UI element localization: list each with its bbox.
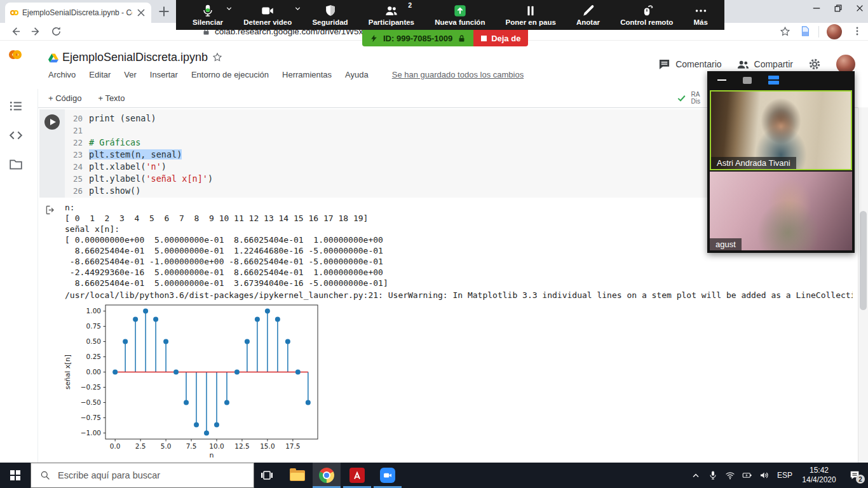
run-cell-button[interactable]	[44, 114, 60, 130]
menu-item[interactable]: Editar	[89, 70, 111, 79]
zoom-toolbar-control-remoto[interactable]: Control remoto	[614, 0, 679, 30]
saved-status[interactable]: Se han guardado todos los cambios	[392, 70, 524, 79]
zoom-toolbar-seguridad[interactable]: Seguridad	[306, 0, 354, 30]
menu-item[interactable]: Ayuda	[345, 70, 369, 79]
svg-text:−0.75: −0.75	[81, 414, 101, 421]
stop-square-icon	[481, 36, 487, 41]
zoom-toolbar-label: Nueva función	[435, 18, 485, 26]
zoom-toolbar-label: Más	[693, 18, 707, 26]
start-button[interactable]	[0, 463, 31, 488]
gallery-view-icon[interactable]	[768, 76, 779, 85]
more-dots-icon	[694, 4, 708, 18]
battery-icon[interactable]	[738, 463, 756, 488]
chevron-down-icon[interactable]	[294, 4, 302, 13]
resources-indicator[interactable]: RA Dis	[677, 91, 700, 105]
table-of-contents-icon[interactable]	[9, 99, 23, 113]
star-notebook-icon[interactable]	[212, 52, 222, 62]
code-segment: plt.ylabel(	[89, 173, 146, 184]
action-center-button[interactable]: 2	[841, 463, 868, 488]
notebook-scrollbar[interactable]	[858, 107, 868, 463]
comment-button[interactable]: Comentario	[658, 58, 721, 71]
tab-close-icon[interactable]	[136, 8, 146, 18]
taskbar-clock[interactable]: 15:42 14/4/2020	[797, 466, 841, 485]
colab-logo[interactable]	[9, 50, 22, 59]
zoom-toolbar-anotar[interactable]: Anotar	[570, 0, 606, 30]
zoom-meeting-toolbar: SilenciarDetener videoSeguridad2Particip…	[176, 0, 724, 30]
forward-button[interactable]	[31, 26, 41, 37]
svg-text:2.5: 2.5	[135, 442, 146, 450]
stop-share-button[interactable]: Deja de	[473, 30, 528, 46]
meeting-id-label: ID: 999-7085-1009	[383, 34, 452, 43]
ram-label: RA	[691, 91, 700, 98]
window-close-button[interactable]	[855, 4, 864, 13]
output-icon	[44, 205, 55, 215]
meeting-id-bar: ID: 999-7085-1009 Deja de	[362, 30, 528, 46]
panel-window-icon[interactable]	[743, 77, 752, 84]
line-number: 21	[65, 125, 83, 137]
tray-chevron-up-icon[interactable]	[687, 463, 704, 488]
participant-name: agust	[710, 238, 742, 250]
menu-item[interactable]: Archivo	[48, 70, 76, 79]
zoom-taskbar-button[interactable]	[374, 463, 402, 488]
menu-item[interactable]: Insertar	[150, 70, 178, 79]
bookmark-star-icon[interactable]	[780, 26, 790, 37]
video-tile-agust[interactable]: agust	[710, 172, 852, 250]
zoom-toolbar-nueva-funcion[interactable]: Nueva función	[428, 0, 491, 30]
add-text-button[interactable]: + Texto	[98, 93, 125, 103]
tray-microphone-icon[interactable]	[704, 463, 721, 488]
svg-text:−0.25: −0.25	[81, 383, 101, 391]
taskbar-search-input[interactable]: Escribe aquí para buscar	[31, 463, 254, 488]
code-segment: # Gráficas	[89, 137, 140, 147]
window-minimize-button[interactable]	[812, 4, 821, 13]
zoom-toolbar-silenciar[interactable]: Silenciar	[186, 0, 229, 30]
encryption-lock-icon	[458, 34, 466, 43]
file-explorer-icon	[290, 470, 305, 481]
acrobat-taskbar-button[interactable]	[343, 463, 371, 488]
add-code-button[interactable]: + Código	[48, 93, 81, 103]
camera-icon	[261, 4, 275, 18]
menu-item[interactable]: Ver	[124, 70, 137, 79]
pause-icon	[524, 4, 538, 18]
wifi-icon[interactable]	[721, 463, 738, 488]
zoom-toolbar-label: Participantes	[369, 18, 414, 26]
browser-profile-avatar[interactable]	[827, 24, 842, 39]
extension-icon[interactable]	[799, 25, 811, 37]
zoom-toolbar-detener-video[interactable]: Detener video	[237, 0, 298, 30]
chevron-down-icon[interactable]	[225, 4, 233, 13]
video-panel-titlebar	[707, 71, 855, 89]
code-segment: 'n'	[146, 161, 161, 172]
panel-minimize-icon[interactable]	[717, 79, 726, 81]
file-explorer-button[interactable]	[283, 463, 311, 488]
share-button[interactable]: Compartir	[737, 58, 793, 71]
language-indicator[interactable]: ESP	[773, 471, 797, 480]
scrollbar-thumb[interactable]	[860, 211, 867, 310]
reload-button[interactable]	[51, 26, 62, 37]
zoom-toolbar-poner-en-paus[interactable]: Poner en paus	[499, 0, 562, 30]
task-view-button[interactable]	[253, 463, 281, 488]
people-icon	[737, 58, 749, 71]
speaker-icon[interactable]	[756, 463, 773, 488]
zoom-toolbar-mas[interactable]: Más	[687, 0, 714, 30]
notebook-title[interactable]: EjemploSenialDiscreta.ipynb	[62, 51, 208, 64]
new-tab-button[interactable]	[158, 5, 170, 18]
zoom-toolbar-participantes[interactable]: 2Participantes	[362, 0, 421, 30]
chrome-taskbar-button[interactable]	[313, 463, 341, 488]
browser-tab[interactable]: EjemploSenialDiscreta.ipynb - Co	[5, 3, 151, 23]
windows-logo-icon	[10, 470, 20, 480]
back-button[interactable]	[10, 26, 21, 37]
menu-item[interactable]: Entorno de ejecución	[191, 70, 269, 79]
window-restore-button[interactable]	[834, 4, 843, 13]
code-segment: plt.show()	[89, 186, 140, 196]
video-tile-astri[interactable]: Astri Andrada Tivani	[710, 90, 852, 170]
svg-text:7.5: 7.5	[186, 442, 197, 450]
svg-text:n: n	[210, 451, 214, 459]
toolbar-divider	[818, 26, 819, 37]
participants-count-badge: 2	[408, 1, 412, 9]
files-icon[interactable]	[9, 158, 23, 172]
meeting-id-section: ID: 999-7085-1009	[362, 30, 473, 46]
settings-gear-icon[interactable]	[808, 58, 821, 71]
menu-item[interactable]: Herramientas	[282, 70, 332, 79]
browser-menu-icon[interactable]	[852, 26, 862, 36]
code-snippets-icon[interactable]	[9, 128, 23, 142]
zoom-toolbar-label: Poner en paus	[506, 18, 556, 26]
